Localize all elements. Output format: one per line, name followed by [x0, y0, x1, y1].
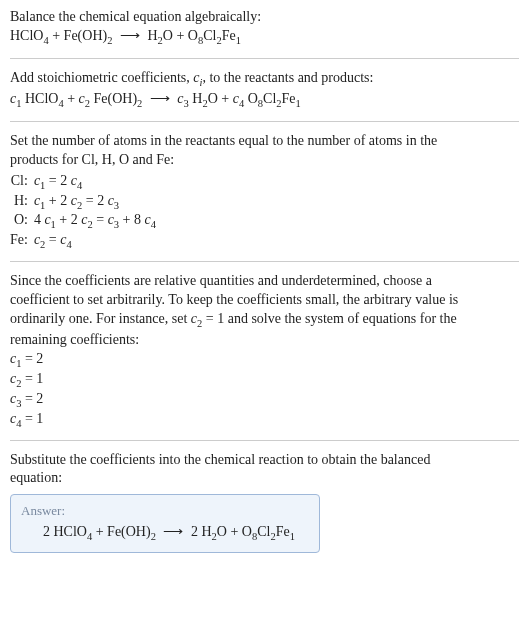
result-row: c4 = 1: [10, 410, 519, 430]
choose-t3a: ordinarily one. For instance, set: [10, 311, 191, 326]
var-sub: 3: [114, 199, 119, 210]
subst-t1: Substitute the coefficients into the che…: [10, 451, 519, 470]
ans-p2-sub: 2: [151, 531, 156, 542]
var-sub: 4: [77, 179, 82, 190]
intro-equation: HClO4 + Fe(OH)2 ⟶ H2O + O8Cl2Fe1: [10, 27, 519, 48]
val: = 1: [21, 411, 43, 426]
table-row: Cl: c1 = 2 c4: [10, 172, 162, 192]
plus-1: +: [49, 28, 64, 43]
row-eq: 4 c1 + 2 c2 = c3 + 8 c4: [34, 211, 162, 231]
row-label: Fe:: [10, 231, 34, 251]
product-1d: Cl: [203, 28, 216, 43]
subst-t2: equation:: [10, 469, 519, 488]
var-sub: 4: [66, 239, 71, 250]
atoms-text-1: Set the number of atoms in the reactants…: [10, 132, 519, 151]
sp2: Fe(OH): [90, 91, 137, 106]
table-row: Fe: c2 = c4: [10, 231, 162, 251]
choose-t3: ordinarily one. For instance, set c2 = 1…: [10, 310, 519, 331]
product-1b: O + O: [163, 28, 198, 43]
choose-t4: remaining coefficients:: [10, 331, 519, 350]
product-1e-sub: 1: [236, 35, 241, 46]
reactant-2-sub: 2: [107, 35, 112, 46]
stoich-text: Add stoichiometric coefficients, ci, to …: [10, 69, 519, 90]
val: = 2: [21, 351, 43, 366]
stoich-section: Add stoichiometric coefficients, ci, to …: [10, 69, 519, 111]
reactant-1: HClO: [10, 28, 43, 43]
ans-p3b: O + O: [217, 524, 252, 539]
op: + 2: [56, 212, 81, 227]
choose-t2: coefficient to set arbitrarily. To keep …: [10, 291, 519, 310]
stoich-text-a: Add stoichiometric coefficients,: [10, 70, 193, 85]
table-row: H: c1 + 2 c2 = 2 c3: [10, 192, 162, 212]
answer-title: Answer:: [21, 503, 309, 519]
ans-p3e-sub: 1: [290, 531, 295, 542]
arrow-icon: ⟶: [146, 91, 174, 106]
divider: [10, 440, 519, 441]
result-row: c1 = 2: [10, 350, 519, 370]
ans-p1: 2 HClO: [43, 524, 87, 539]
sp3: H: [189, 91, 203, 106]
intro-section: Balance the chemical equation algebraica…: [10, 8, 519, 48]
val: = 1: [21, 371, 43, 386]
stoich-text-b: , to the reactants and products:: [202, 70, 373, 85]
op: + 8: [119, 212, 144, 227]
op: + 2: [45, 193, 70, 208]
ans-p3d: Cl: [257, 524, 270, 539]
choose-results: c1 = 2 c2 = 1 c3 = 2 c4 = 1: [10, 350, 519, 430]
result-row: c3 = 2: [10, 390, 519, 410]
coef: 4: [34, 212, 45, 227]
row-label: Cl:: [10, 172, 34, 192]
divider: [10, 58, 519, 59]
row-eq: c1 = 2 c4: [34, 172, 162, 192]
ans-plus: + Fe(OH): [92, 524, 150, 539]
atoms-section: Set the number of atoms in the reactants…: [10, 132, 519, 251]
val: = 2: [21, 391, 43, 406]
product-1e: Fe: [222, 28, 236, 43]
choose-t3c: = 1 and solve the system of equations fo…: [202, 311, 456, 326]
row-label: H:: [10, 192, 34, 212]
choose-section: Since the coefficients are relative quan…: [10, 272, 519, 429]
atoms-text-2: products for Cl, H, O and Fe:: [10, 151, 519, 170]
op: = 2: [45, 173, 70, 188]
divider: [10, 261, 519, 262]
result-row: c2 = 1: [10, 370, 519, 390]
sp1: HClO: [21, 91, 58, 106]
answer-equation: 2 HClO4 + Fe(OH)2 ⟶ 2 H2O + O8Cl2Fe1: [21, 523, 309, 542]
var-sub: 4: [151, 219, 156, 230]
op: = 2: [82, 193, 107, 208]
arrow-icon: ⟶: [159, 524, 187, 539]
arrow-icon: ⟶: [116, 28, 144, 43]
answer-box: Answer: 2 HClO4 + Fe(OH)2 ⟶ 2 H2O + O8Cl…: [10, 494, 320, 553]
subst-section: Substitute the coefficients into the che…: [10, 451, 519, 489]
row-eq: c2 = c4: [34, 231, 162, 251]
atoms-table: Cl: c1 = 2 c4 H: c1 + 2 c2 = 2 c3 O: 4 c…: [10, 172, 162, 252]
row-eq: c1 + 2 c2 = 2 c3: [34, 192, 162, 212]
sp4: O: [244, 91, 258, 106]
choose-t1: Since the coefficients are relative quan…: [10, 272, 519, 291]
op: =: [93, 212, 108, 227]
sp4c-sub: 1: [296, 98, 301, 109]
sp4c: Fe: [282, 91, 296, 106]
sp3b: O +: [208, 91, 233, 106]
table-row: O: 4 c1 + 2 c2 = c3 + 8 c4: [10, 211, 162, 231]
row-label: O:: [10, 211, 34, 231]
plus: +: [64, 91, 79, 106]
op: =: [45, 232, 60, 247]
reactant-2: Fe(OH): [64, 28, 108, 43]
ans-p3e: Fe: [276, 524, 290, 539]
divider: [10, 121, 519, 122]
sp4b: Cl: [263, 91, 276, 106]
sp2-sub: 2: [137, 98, 142, 109]
intro-text: Balance the chemical equation algebraica…: [10, 8, 519, 27]
ans-p3: 2 H: [191, 524, 212, 539]
product-1: H: [147, 28, 157, 43]
stoich-equation: c1 HClO4 + c2 Fe(OH)2 ⟶ c3 H2O + c4 O8Cl…: [10, 90, 519, 111]
